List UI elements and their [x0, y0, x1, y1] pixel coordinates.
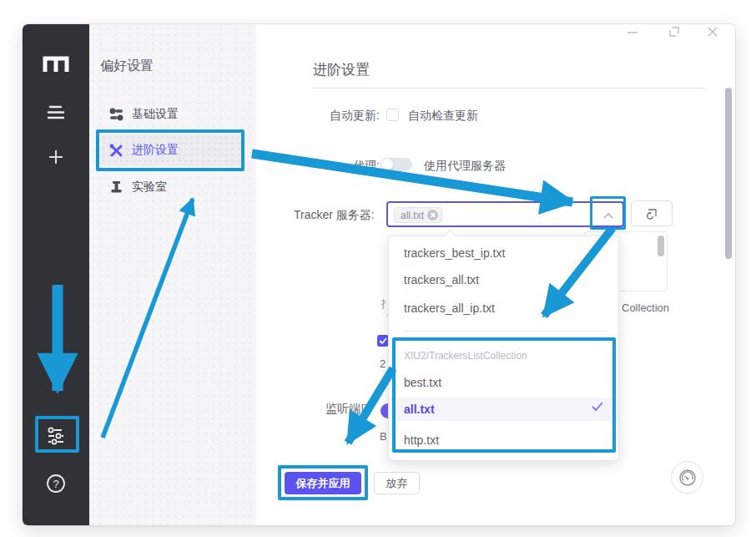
- selected-tag: all.txt: [394, 207, 442, 223]
- textarea-scrollbar[interactable]: [658, 236, 664, 256]
- dropdown-caret: [444, 230, 456, 241]
- dropdown-option[interactable]: trackers_best_ip.txt: [389, 241, 618, 265]
- task-list-icon[interactable]: [23, 104, 89, 121]
- tracker-server-label: Tracker 服务器:: [294, 208, 375, 223]
- sidebar-item-label: 实验室: [132, 180, 167, 195]
- speed-test-button[interactable]: [671, 461, 703, 494]
- sidebar-item-lab[interactable]: 实验室: [101, 171, 241, 203]
- app-window: ? 偏好设置 基础设置 进阶设置 实验室 进阶设置 自动更新: 自动检查更新: [23, 24, 735, 525]
- toggles-icon: [109, 108, 123, 121]
- annotation-box-advanced-settings: [96, 129, 244, 171]
- number-fragment: 2: [380, 357, 386, 370]
- header-divider: [313, 88, 705, 89]
- tracker-select[interactable]: all.txt: [386, 201, 624, 227]
- sync-trackers-button[interactable]: [631, 200, 673, 226]
- sidebar-item-basic-settings[interactable]: 基础设置: [101, 99, 241, 130]
- auto-update-label: 自动更新:: [330, 109, 380, 124]
- dropdown-option[interactable]: trackers_all.txt: [389, 268, 618, 291]
- tag-remove-icon[interactable]: [427, 210, 438, 220]
- prefs-panel-title: 偏好设置: [100, 58, 154, 75]
- proxy-label: 代理:: [353, 159, 380, 174]
- minimize-button[interactable]: [625, 26, 640, 38]
- maximize-button[interactable]: [668, 25, 681, 38]
- letter-fragment: B: [380, 430, 386, 443]
- motrix-logo-icon: [23, 53, 89, 74]
- annotation-box-preferences-icon: [35, 416, 79, 453]
- window-scrollbar[interactable]: [725, 88, 732, 259]
- listen-port-label: 监听端口: [325, 402, 372, 417]
- toggle-knob: [381, 159, 393, 170]
- dropdown-divider: [404, 331, 606, 332]
- close-button[interactable]: [706, 25, 719, 38]
- annotation-box-chevron: [590, 196, 626, 230]
- tag-label: all.txt: [401, 210, 424, 221]
- svg-text:?: ?: [53, 478, 58, 490]
- proxy-toggle[interactable]: [381, 158, 412, 171]
- annotation-box-save-button: [278, 465, 368, 500]
- auto-check-update-checkbox[interactable]: [386, 109, 399, 121]
- auto-check-update-text[interactable]: 自动检查更新: [408, 109, 478, 124]
- sync-icon: [645, 207, 658, 220]
- proxy-toggle-text: 使用代理服务器: [424, 159, 506, 174]
- discard-button[interactable]: 放弃: [374, 472, 420, 494]
- lab-icon: [109, 180, 123, 195]
- page-title: 进阶设置: [313, 60, 370, 79]
- speedometer-icon: [678, 468, 698, 488]
- collection-link-fragment[interactable]: Collection: [622, 301, 669, 314]
- dropdown-option[interactable]: trackers_all_ip.txt: [389, 296, 618, 320]
- add-task-icon[interactable]: [23, 149, 89, 165]
- screenshot-root: ? 偏好设置 基础设置 进阶设置 实验室 进阶设置 自动更新: 自动检查更新: [0, 0, 756, 537]
- sidebar-item-label: 基础设置: [132, 107, 179, 122]
- sync-checkbox-fragment[interactable]: [377, 335, 389, 347]
- help-icon[interactable]: ?: [23, 474, 89, 494]
- text-fragment: 〈: [381, 309, 388, 323]
- annotation-box-group-items: [392, 337, 616, 453]
